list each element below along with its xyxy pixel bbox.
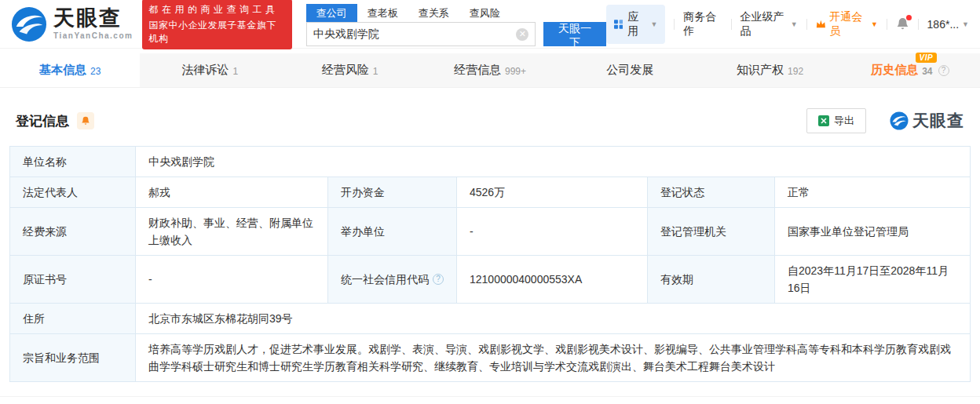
registration-table: 单位名称 中央戏剧学院 法定代表人 郝戎 开办资金 4526万 登记状态 正常 … (9, 146, 971, 382)
search-area: 查公司 查老板 查关系 查风险 ✕ 天眼一下 (306, 4, 606, 46)
business-coop-link[interactable]: 商务合作 (683, 10, 722, 38)
logo-text: 天眼查 TianYanCha.com (53, 8, 133, 40)
header-right: 应用 ▼ 商务合作 企业级产品 ▼ 开通会员 ▼ (606, 5, 969, 44)
vip-badge: VIP (916, 53, 938, 63)
scope-label: 宗旨和业务范围 (10, 334, 136, 381)
funding-value: 财政补助、事业、经营、附属单位上缴收入 (136, 208, 328, 256)
funding-label: 经费来源 (10, 208, 136, 256)
unit-name-label: 单位名称 (10, 147, 136, 177)
tianyancha-logo[interactable]: 天眼查 TianYanCha.com (11, 6, 133, 42)
excel-icon (818, 115, 829, 126)
divider (674, 19, 675, 30)
section-header: 登记信息 导出 (16, 108, 964, 133)
search-tab-boss[interactable]: 查老板 (357, 4, 408, 22)
divider (918, 19, 919, 30)
main-content: 登记信息 导出 (0, 108, 980, 382)
export-button[interactable]: 导出 (806, 108, 866, 133)
status-label: 登记状态 (648, 177, 775, 208)
search-button[interactable]: 天眼一下 (543, 22, 605, 46)
user-phone: 186*... (927, 18, 959, 31)
top-header: 天眼查 TianYanCha.com 都在用的商业查询工具 国家中小企业发展子基… (0, 0, 980, 49)
tab-count: 192 (788, 66, 803, 77)
logo-domain: TianYanCha.com (53, 32, 133, 40)
chevron-down-icon: ▼ (791, 20, 798, 28)
bell-icon (81, 116, 90, 126)
scope-value: 培养高等学历戏剧人才，促进艺术事业发展。戏剧学、表演、导演、戏剧影视文学、戏剧影… (136, 334, 970, 381)
tab-company-development[interactable]: 公司发展 (560, 53, 700, 87)
page: 天眼查 TianYanCha.com 都在用的商业查询工具 国家中小企业发展子基… (0, 0, 980, 404)
search-box: ✕ (306, 22, 536, 46)
search-tabs: 查公司 查老板 查关系 查风险 (306, 4, 606, 22)
chevron-down-icon: ▼ (871, 20, 878, 28)
crown-icon (816, 19, 826, 29)
notification-dot (906, 15, 912, 20)
tab-label: 基本信息 (39, 63, 86, 78)
authority-label: 登记管理机关 (648, 208, 775, 256)
capital-label: 开办资金 (328, 177, 457, 208)
tab-operation-info[interactable]: 经营信息 999+ (420, 53, 560, 87)
search-tab-company[interactable]: 查公司 (306, 4, 357, 22)
validity-label: 有效期 (648, 256, 775, 304)
tab-legal-litigation[interactable]: 法律诉讼 1 (140, 53, 280, 87)
authority-value: 国家事业单位登记管理局 (775, 208, 970, 256)
open-vip-button[interactable]: 开通会员 ▼ (816, 10, 878, 38)
divider (806, 19, 807, 30)
legal-rep-label: 法定代表人 (10, 177, 136, 208)
tab-operation-risk[interactable]: 经营风险 1 (280, 53, 420, 87)
apps-label: 应用 (627, 10, 645, 38)
address-value: 北京市东城区东棉花胡同39号 (136, 304, 970, 334)
tab-basic-info[interactable]: 基本信息 23 (0, 53, 140, 87)
tab-label: 历史信息 (871, 63, 918, 76)
credit-code-label: 统一社会信用代码 ? (328, 256, 457, 304)
company-nav-tabs: 基本信息 23 法律诉讼 1 经营风险 1 经营信息 999+ 公司发展 知识产… (0, 53, 980, 88)
help-icon[interactable]: ? (938, 65, 949, 76)
tab-count: 1 (373, 66, 378, 77)
orig-cert-value: - (136, 256, 328, 304)
tab-label: 经营风险 (322, 63, 369, 78)
capital-value: 4526万 (457, 177, 648, 208)
subscribe-bell-button[interactable] (77, 112, 94, 129)
credit-code-value: 1210000040000553XA (457, 256, 648, 304)
slogan-line2: 国家中小企业发展子基金旗下机构 (148, 19, 285, 45)
chevron-down-icon: ▼ (650, 20, 657, 28)
apps-button[interactable]: 应用 ▼ (606, 5, 666, 44)
divider (887, 19, 887, 30)
tab-count: 999+ (505, 66, 526, 77)
eye-logo-icon (11, 6, 47, 42)
address-label: 住所 (10, 304, 136, 334)
chevron-down-icon: ▼ (962, 20, 969, 28)
search-tab-risk[interactable]: 查风险 (459, 4, 510, 22)
notifications-button[interactable] (896, 17, 909, 31)
user-account[interactable]: 186*... ▼ (927, 18, 969, 31)
watermark-text: 天眼查 (912, 110, 964, 132)
slogan-badge: 都在用的商业查询工具 国家中小企业发展子基金旗下机构 (142, 0, 291, 49)
eye-logo-icon (890, 111, 909, 130)
credit-code-label-text: 统一社会信用代码 (341, 271, 429, 288)
unit-name-value: 中央戏剧学院 (136, 147, 970, 177)
enterprise-products-label: 企业级产品 (740, 10, 787, 38)
help-icon[interactable]: ? (433, 274, 444, 285)
tab-count: 23 (90, 66, 101, 77)
organizer-value: - (457, 208, 648, 256)
search-row: ✕ 天眼一下 (306, 22, 606, 46)
tab-label: 知识产权 (737, 63, 784, 78)
tab-label: 公司发展 (606, 63, 653, 78)
tab-label: 法律诉讼 (182, 63, 229, 78)
tab-count: 1 (233, 66, 239, 77)
watermark-logo: 天眼查 (890, 110, 964, 132)
tab-intellectual-property[interactable]: 知识产权 192 (700, 53, 839, 87)
search-input[interactable] (313, 28, 517, 41)
divider (731, 19, 732, 30)
clear-icon[interactable]: ✕ (516, 28, 528, 41)
export-label: 导出 (834, 114, 854, 128)
validity-value: 自2023年11月17日至2028年11月16日 (775, 256, 970, 304)
enterprise-products-link[interactable]: 企业级产品 ▼ (740, 10, 797, 38)
orig-cert-label: 原证书号 (10, 256, 136, 304)
section-title: 登记信息 (16, 112, 69, 130)
tab-history-info[interactable]: 历史信息 VIP 34 ? (840, 53, 980, 87)
organizer-label: 举办单位 (328, 208, 457, 256)
search-tab-relation[interactable]: 查关系 (408, 4, 459, 22)
section-header-right: 导出 天眼查 (806, 108, 964, 133)
status-value: 正常 (775, 177, 970, 208)
open-vip-label: 开通会员 (829, 10, 867, 38)
